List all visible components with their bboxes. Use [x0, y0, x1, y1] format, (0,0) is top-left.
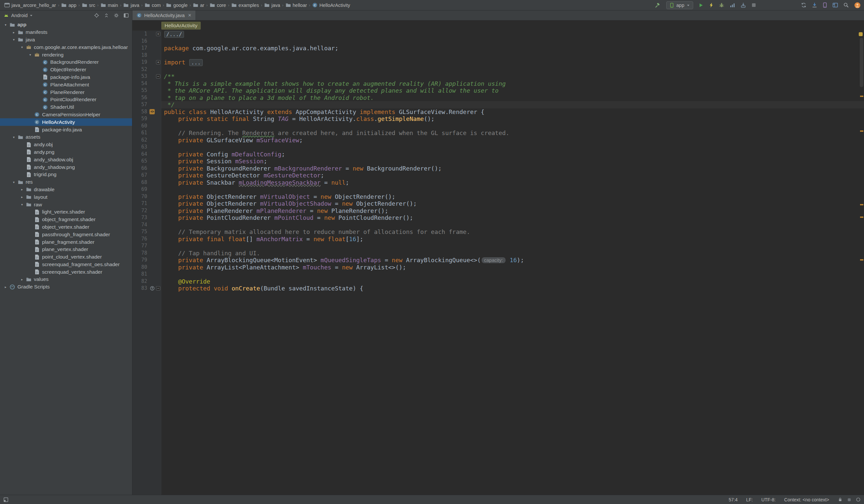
code-text[interactable]: protected void onCreate(Bundle savedInst… [161, 285, 864, 292]
code-text[interactable]: private GLSurfaceView mSurfaceView; [161, 137, 864, 144]
tree-item-manifests[interactable]: ▸manifests [0, 28, 132, 36]
code-text[interactable]: * This is a simple example that shows ho… [161, 80, 864, 87]
tree-item-app[interactable]: ▾app [0, 21, 132, 28]
tree-item-pointcloudrenderer[interactable]: CPointCloudRenderer [0, 96, 132, 104]
expand-arrow-icon[interactable]: ▾ [19, 203, 25, 206]
apply-changes-icon[interactable] [709, 2, 713, 8]
expand-arrow-icon[interactable]: ▾ [3, 23, 9, 27]
code-text[interactable] [161, 242, 864, 250]
tree-item-com-google-ar-core-examples-java-helloar[interactable]: ▾com.google.ar.core.examples.java.helloa… [0, 43, 132, 51]
tree-item-screenquad-vertex-shader[interactable]: screenquad_vertex.shader [0, 268, 132, 276]
fold-marker-icon[interactable]: + [155, 32, 161, 36]
avatar-icon[interactable] [854, 2, 861, 9]
code-text[interactable]: @Override [161, 278, 864, 285]
expand-arrow-icon[interactable]: ▾ [11, 38, 17, 41]
code-text[interactable]: private BackgroundRenderer mBackgroundRe… [161, 165, 864, 172]
code-text[interactable]: private ArrayList<PlaneAttachment> mTouc… [161, 264, 864, 271]
tree-item-camerapermissionhelper[interactable]: CCameraPermissionHelper [0, 111, 132, 119]
file-encoding[interactable]: UTF-8: [761, 497, 776, 502]
tree-item-assets[interactable]: ▾assets [0, 133, 132, 141]
tree-item-light-vertex-shader[interactable]: light_vertex.shader [0, 208, 132, 216]
tree-item-trigrid-png[interactable]: trigrid.png [0, 171, 132, 178]
tree-item-drawable[interactable]: ▸drawable [0, 186, 132, 193]
breadcrumb-item[interactable]: java_arcore_hello_ar [3, 3, 57, 8]
tree-item-passthrough-fragment-shader[interactable]: passthrough_fragment.shader [0, 231, 132, 238]
code-text[interactable] [161, 122, 864, 130]
expand-arrow-icon[interactable]: ▾ [27, 53, 33, 57]
tree-item-planeattachment[interactable]: CPlaneAttachment [0, 81, 132, 88]
expand-arrow-icon[interactable]: ▾ [11, 180, 17, 184]
code-text[interactable]: // Rendering. The Renderers are created … [161, 130, 864, 137]
tree-item-helloaractivity[interactable]: CHelloArActivity [0, 118, 132, 126]
tree-item-andy-obj[interactable]: andy.obj [0, 141, 132, 148]
caret-position[interactable]: 57:4 [729, 497, 737, 502]
fold-marker-icon[interactable]: − [155, 286, 161, 290]
scroll-from-source-icon[interactable] [94, 13, 99, 18]
code-text[interactable]: private ObjectRenderer mVirtualObjectSha… [161, 200, 864, 207]
related-xml-icon[interactable]: <> [149, 109, 155, 114]
tree-item-object-fragment-shader[interactable]: object_fragment.shader [0, 216, 132, 224]
collapse-all-icon[interactable] [104, 13, 109, 18]
scrollbar-mark[interactable] [860, 259, 863, 261]
code-text[interactable]: /** [161, 73, 864, 80]
search-everywhere-icon[interactable] [843, 2, 849, 8]
tree-item-screenquad-fragment-oes-shader[interactable]: screenquad_fragment_oes.shader [0, 261, 132, 268]
expand-arrow-icon[interactable]: ▾ [11, 135, 17, 139]
code-text[interactable] [161, 221, 864, 229]
code-text[interactable]: private Session mSession; [161, 158, 864, 165]
tree-item-package-info-java[interactable]: package-info.java [0, 74, 132, 81]
code-text[interactable]: private ObjectRenderer mVirtualObject = … [161, 193, 864, 201]
code-text[interactable]: private ArrayBlockingQueue<MotionEvent> … [161, 256, 864, 264]
code-text[interactable]: private static final String TAG = HelloA… [161, 115, 864, 122]
code-text[interactable] [161, 186, 864, 193]
tree-item-andy-shadow-png[interactable]: andy_shadow.png [0, 163, 132, 171]
code-text[interactable]: private PlaneRenderer mPlaneRenderer = n… [161, 207, 864, 215]
tree-item-values[interactable]: ▸values [0, 276, 132, 283]
profiler-icon[interactable] [730, 3, 735, 8]
tree-item-gradle-scripts[interactable]: ▸Gradle Scripts [0, 283, 132, 291]
breadcrumb-item[interactable]: CHelloArActivity [311, 2, 351, 8]
indicator-icon[interactable] [847, 497, 852, 502]
scrollbar-thumb[interactable] [860, 38, 863, 87]
expand-arrow-icon[interactable]: ▸ [19, 195, 25, 199]
code-text[interactable]: private GestureDetector mGestureDetector… [161, 172, 864, 179]
context-indicator[interactable]: Context: <no context> [784, 497, 829, 502]
tree-item-layout[interactable]: ▸layout [0, 193, 132, 201]
code-text[interactable]: private Snackbar mLoadingMessageSnackbar… [161, 179, 864, 186]
sdk-manager-icon[interactable] [812, 2, 817, 8]
tree-item-andy-shadow-obj[interactable]: andy_shadow.obj [0, 156, 132, 163]
code-text[interactable]: */ [161, 101, 864, 108]
tree-item-plane-vertex-shader[interactable]: plane_vertex.shader [0, 246, 132, 253]
fold-marker-icon[interactable]: + [155, 60, 161, 64]
tree-item-res[interactable]: ▾res [0, 178, 132, 186]
event-log-icon[interactable] [856, 497, 861, 502]
tree-item-object-vertex-shader[interactable]: object_vertex.shader [0, 224, 132, 231]
code-text[interactable]: /.../ [161, 31, 864, 38]
expand-arrow-icon[interactable]: ▸ [19, 278, 25, 281]
tab-helloaractivity[interactable]: C HelloArActivity.java ✕ [132, 11, 196, 20]
project-view-selector[interactable]: Android [11, 13, 27, 18]
code-text[interactable]: package com.google.ar.core.examples.java… [161, 45, 864, 52]
fold-marker-icon[interactable]: − [155, 74, 161, 79]
breadcrumb-item[interactable]: java [263, 3, 281, 8]
code-text[interactable] [161, 38, 864, 45]
expand-arrow-icon[interactable]: ▸ [19, 188, 25, 191]
breadcrumb-item[interactable]: main [99, 3, 119, 8]
code-text[interactable]: * the ARCore API. The application will d… [161, 87, 864, 94]
run-config-selector[interactable]: app [666, 1, 693, 9]
tree-item-backgroundrenderer[interactable]: CBackgroundRenderer [0, 59, 132, 66]
breadcrumb-item[interactable]: ar [192, 3, 205, 8]
breadcrumb-class[interactable]: HelloArActivity [161, 22, 201, 29]
build-hammer-icon[interactable] [655, 2, 661, 8]
lock-icon[interactable] [838, 497, 843, 502]
avd-manager-icon[interactable] [823, 2, 827, 8]
run-icon[interactable] [698, 3, 704, 8]
scrollbar-mark[interactable] [860, 204, 863, 205]
settings-gear-icon[interactable] [114, 13, 119, 18]
tree-item-shaderutil[interactable]: CShaderUtil [0, 104, 132, 111]
tree-item-objectrenderer[interactable]: CObjectRenderer [0, 66, 132, 74]
attach-debugger-icon[interactable] [741, 2, 746, 8]
code-text[interactable] [161, 144, 864, 151]
debug-icon[interactable] [719, 2, 724, 8]
code-area[interactable]: 1+/.../1617package com.google.ar.core.ex… [132, 31, 864, 495]
